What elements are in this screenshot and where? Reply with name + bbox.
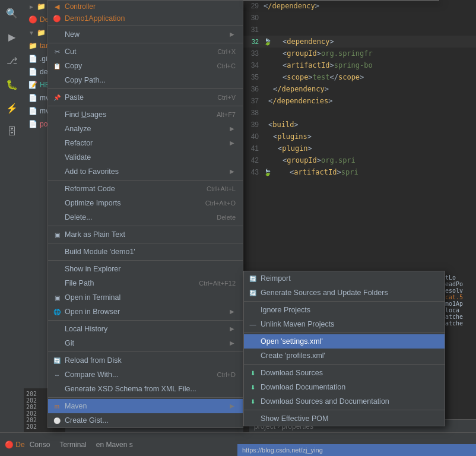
- menu-item-controller[interactable]: ◀ Controller: [48, 1, 243, 12]
- menu-item-reformat[interactable]: Reformat Code Ctrl+Alt+L: [48, 182, 243, 196]
- context-menu[interactable]: ◀ Controller 🔴 Demo1Application New ► ✂ …: [47, 0, 243, 428]
- code-line-42: 42 <groupId>org.spri: [243, 154, 476, 166]
- menu-item-show-explorer[interactable]: Show in Explorer: [48, 262, 243, 276]
- run-icon[interactable]: ▶: [4, 28, 20, 45]
- menu-item-open-browser[interactable]: 🌐 Open in Browser ►: [48, 305, 243, 319]
- menu-open-terminal-label: Open in Terminal: [65, 293, 120, 302]
- submenu-item-ignore[interactable]: Ignore Projects: [244, 303, 445, 317]
- menu-item-demo1app[interactable]: 🔴 Demo1Application: [48, 12, 243, 24]
- menu-item-reload[interactable]: 🔄 Reload from Disk: [48, 353, 243, 368]
- menu-show-explorer-label: Show in Explorer: [65, 265, 121, 273]
- menu-separator-11: [48, 397, 243, 398]
- menu-item-paste[interactable]: 📌 Paste Ctrl+V: [48, 90, 243, 104]
- menu-item-copy[interactable]: 📋 Copy Ctrl+C: [48, 59, 243, 73]
- menu-item-open-terminal[interactable]: ▣ Open in Terminal: [48, 290, 243, 305]
- menu-refactor-label: Refactor: [65, 139, 93, 147]
- menu-cut-label: Cut: [65, 48, 76, 56]
- download-sources-icon: ⬇: [247, 370, 258, 376]
- menu-copy-path-label: Copy Path...: [65, 76, 106, 84]
- gist-icon: ⚪: [52, 417, 62, 424]
- generate-icon: 🔄: [247, 290, 258, 296]
- submenu-item-create-profiles[interactable]: Create 'profiles.xml': [244, 349, 445, 363]
- database-icon[interactable]: 🗄: [4, 124, 20, 140]
- menu-item-new[interactable]: New ►: [48, 27, 243, 42]
- maven-label[interactable]: en Maven s: [96, 441, 133, 449]
- cut-shortcut: Ctrl+X: [217, 48, 236, 55]
- menu-maven-label: Maven: [65, 402, 87, 410]
- menu-item-compare[interactable]: ↔ Compare With... Ctrl+D: [48, 368, 243, 382]
- menu-item-mark-plain-text[interactable]: ▣ Mark as Plain Text: [48, 227, 243, 242]
- submenu-item-download-sources[interactable]: ⬇ Download Sources: [244, 366, 445, 380]
- plugin-icon[interactable]: ⚡: [4, 100, 20, 116]
- menu-separator-5: [48, 180, 243, 180]
- menu-reformat-label: Reformat Code: [65, 185, 115, 193]
- code-line-33: 33 <groupId>org.springfr: [243, 48, 476, 59]
- menu-find-usages-label: Find Usages: [65, 110, 106, 119]
- menu-controller-label: Controller: [65, 2, 96, 11]
- copy-icon: 📋: [52, 63, 62, 69]
- menu-analyze-label: Analyze: [65, 125, 91, 133]
- copy-shortcut: Ctrl+C: [217, 62, 236, 69]
- history-arrow-icon: ►: [229, 325, 236, 333]
- search-icon[interactable]: 🔍: [4, 5, 20, 21]
- menu-open-browser-label: Open in Browser: [65, 308, 120, 316]
- menu-optimize-label: Optimize Imports: [65, 199, 120, 207]
- paste-shortcut: Ctrl+V: [217, 94, 236, 101]
- menu-separator-8: [48, 260, 243, 261]
- menu-item-xsd[interactable]: Generate XSD Schema from XML File...: [48, 382, 243, 396]
- menu-separator-4: [48, 106, 243, 106]
- menu-separator-2: [48, 43, 243, 43]
- submenu-separator-4: [244, 410, 445, 410]
- menu-separator-6: [48, 226, 243, 226]
- submenu-item-generate-sources[interactable]: 🔄 Generate Sources and Update Folders: [244, 286, 445, 300]
- analyze-arrow-icon: ►: [229, 125, 236, 133]
- menu-item-local-history[interactable]: Local History ►: [48, 322, 243, 336]
- submenu-item-unlink[interactable]: — Unlink Maven Projects: [244, 317, 445, 331]
- code-line-43: 43 🍃 <artifactId>spri: [243, 166, 476, 178]
- menu-item-add-favorites[interactable]: Add to Favorites ►: [48, 164, 243, 179]
- sidebar-icons: 🔍 ▶ ⎇ 🐛 ⚡ 🗄: [0, 0, 24, 456]
- code-line-31: 31: [243, 24, 476, 36]
- menu-item-maven[interactable]: m Maven ►: [48, 399, 243, 413]
- delete-shortcut: Delete: [217, 214, 236, 221]
- code-line-41: 41 <plugin>: [243, 142, 476, 154]
- menu-item-delete[interactable]: Delete... Delete: [48, 210, 243, 224]
- menu-mark-label: Mark as Plain Text: [65, 230, 125, 239]
- submenu-item-reimport[interactable]: 🔄 Reimport: [244, 271, 445, 286]
- menu-item-optimize-imports[interactable]: Optimize Imports Ctrl+Alt+O: [48, 196, 243, 210]
- menu-item-build-module[interactable]: Build Module 'demo1': [48, 245, 243, 259]
- submenu-item-download-docs[interactable]: ⬇ Download Documentation: [244, 380, 445, 394]
- submenu-item-open-settings[interactable]: Open 'settings.xml': [244, 334, 445, 349]
- maven-submenu[interactable]: 🔄 Reimport 🔄 Generate Sources and Update…: [243, 0, 439, 1]
- menu-item-analyze[interactable]: Analyze ►: [48, 122, 243, 136]
- menu-item-validate[interactable]: Validate: [48, 150, 243, 164]
- new-arrow-icon: ►: [229, 30, 236, 39]
- git-arrow-icon: ►: [229, 339, 236, 347]
- download-all-icon: ⬇: [247, 398, 258, 405]
- menu-item-find-usages[interactable]: Find Usages Alt+F7: [48, 107, 243, 122]
- submenu-item-show-pom[interactable]: Show Effective POM: [244, 411, 445, 426]
- terminal-tab[interactable]: Terminal: [59, 441, 86, 449]
- debug-icon[interactable]: 🐛: [4, 76, 20, 93]
- menu-item-create-gist[interactable]: ⚪ Create Gist...: [48, 413, 243, 428]
- submenu-download-all-label: Download Sources and Documentation: [261, 397, 389, 406]
- menu-item-copy-path[interactable]: Copy Path...: [48, 73, 243, 87]
- status-url-bar: https://blog.csdn.net/zj_ying: [237, 444, 476, 456]
- code-line-37: 37 </dependencies>: [243, 95, 476, 107]
- git-icon[interactable]: ⎇: [4, 52, 20, 69]
- compare-shortcut: Ctrl+D: [217, 371, 236, 378]
- menu-item-file-path[interactable]: File Path Ctrl+Alt+F12: [48, 276, 243, 290]
- favorites-arrow-icon: ►: [229, 167, 236, 176]
- menu-reload-label: Reload from Disk: [65, 356, 122, 365]
- menu-item-git[interactable]: Git ►: [48, 336, 243, 350]
- menu-item-refactor[interactable]: Refactor ►: [48, 136, 243, 150]
- console-tab[interactable]: Conso: [30, 441, 50, 449]
- menu-item-cut[interactable]: ✂ Cut Ctrl+X: [48, 45, 243, 59]
- submenu-item-download-all[interactable]: ⬇ Download Sources and Documentation: [244, 394, 445, 408]
- reload-icon: 🔄: [52, 357, 62, 364]
- reimport-icon: 🔄: [247, 276, 258, 282]
- controller-icon: ◀: [52, 3, 62, 11]
- menu-separator-9: [48, 320, 243, 321]
- cut-icon: ✂: [52, 48, 62, 56]
- mark-icon: ▣: [52, 232, 62, 238]
